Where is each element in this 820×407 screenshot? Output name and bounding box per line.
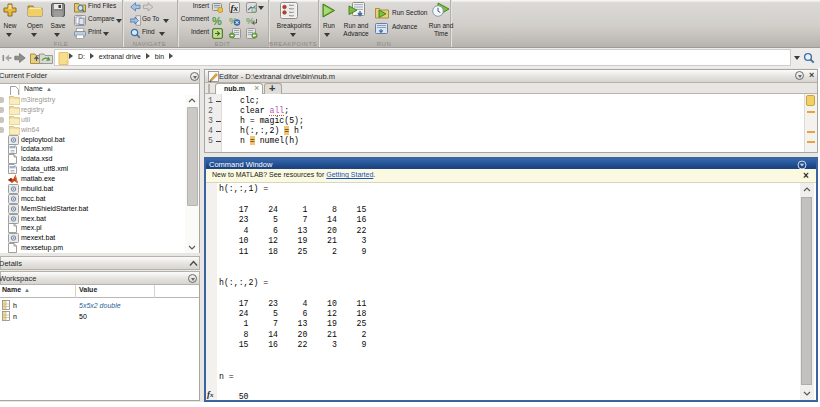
svg-text:fx: fx — [231, 3, 239, 13]
svg-text:%: % — [212, 15, 222, 26]
